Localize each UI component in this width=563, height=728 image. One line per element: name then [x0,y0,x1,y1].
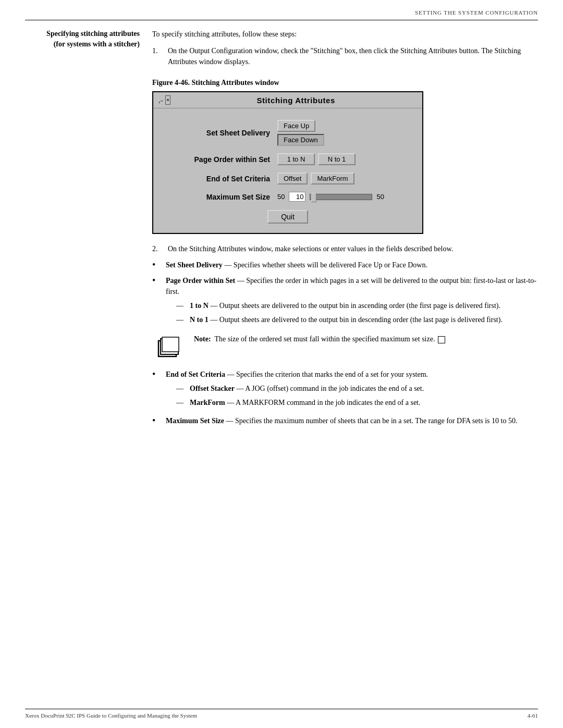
markform-button[interactable]: MarkForm [311,172,354,184]
note-row: Note: The size of the ordered set must f… [152,334,538,362]
window-titlebar: ,- ▪ Stitching Attributes [153,92,422,108]
n-to-1-button[interactable]: N to 1 [318,153,356,165]
bullet-page-order: • Page Order within Set — Specifies the … [152,275,538,328]
offset-button[interactable]: Offset [277,172,308,184]
dash-1-to-n: — 1 to N — Output sheets are delivered t… [176,300,538,311]
bullet-max-set-size: • Maximum Set Size — Specifies the maxim… [152,415,538,427]
figure-caption-area: Figure 4-46. Stitching Attributes window [152,79,538,87]
page-order-row: Page Order within Set 1 to N N to 1 [166,153,410,165]
dash-markform: — MarkForm — A MARKFORM command in the j… [176,397,428,408]
set-sheet-delivery-row: Set Sheet Delivery Face Up Face Down [166,120,410,146]
svg-rect-2 [162,337,179,352]
window-dash-icon[interactable]: ,- [158,96,163,105]
bullet-end-of-set: • End of Set Criteria — Specifies the cr… [152,369,538,411]
intro-text: To specify stitching attributes, follow … [152,29,538,40]
stitching-attributes-window: ,- ▪ Stitching Attributes Set Sheet Deli… [152,91,423,234]
bullet-set-sheet-delivery: • Set Sheet Delivery — Specifies whether… [152,260,538,271]
face-up-button[interactable]: Face Up [277,120,315,132]
1-to-n-button[interactable]: 1 to N [277,153,315,165]
section-label: Specifying stitching attributes (for sys… [25,29,140,49]
page-header: Setting the System Configuration [415,9,538,16]
note-text: Note: The size of the ordered set must f… [194,334,538,344]
dash-offset-stacker: — Offset Stacker — A JOG (offset) comman… [176,383,428,394]
stacked-paper-icon [154,335,181,362]
inline-paper-icon [438,336,445,343]
step-1: 1. On the Output Configuration window, c… [152,45,538,67]
step-2: 2. On the Stitching Attributes window, m… [152,243,538,254]
note-icon [152,334,183,362]
quit-area: Quit [166,210,410,224]
window-max-icon[interactable]: ▪ [165,95,171,105]
face-down-button[interactable]: Face Down [277,134,324,146]
max-set-size-row: Maximum Set Size 50 50 [166,192,410,202]
max-set-size-max-label: 50 [376,193,384,201]
max-set-size-slider[interactable] [310,194,372,200]
window-title: Stitching Attributes [175,96,417,105]
end-of-set-row: End of Set Criteria Offset MarkForm [166,172,410,184]
footer-right: 4-61 [528,712,538,719]
max-set-size-input[interactable] [289,192,305,202]
quit-button[interactable]: Quit [267,210,308,224]
max-set-size-value: 50 [277,193,285,201]
header-rule [25,20,538,20]
page-footer: Xerox DocuPrint 92C IPS Guide to Configu… [25,709,538,719]
dash-n-to-1: — N to 1 — Output sheets are delivered t… [176,314,538,325]
footer-left: Xerox DocuPrint 92C IPS Guide to Configu… [25,712,197,719]
